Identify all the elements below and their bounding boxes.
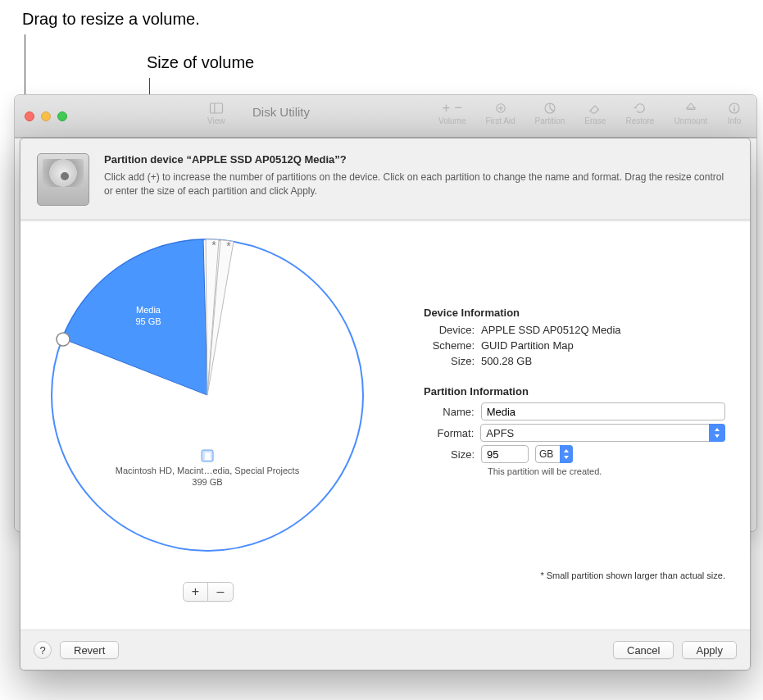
device-label: Device: (424, 324, 481, 336)
slice-label-name: Media (136, 305, 161, 315)
piechart-icon (543, 101, 557, 116)
sidebar-icon (209, 101, 224, 116)
toolbar-restore-label: Restore (625, 116, 654, 125)
scheme-label: Scheme: (424, 339, 481, 352)
format-select-value: APFS (486, 427, 514, 439)
add-partition-button[interactable]: + (184, 583, 208, 601)
slice-label-main-size: 399 GB (192, 477, 222, 487)
partition-sheet: Partition device “APPLE SSD AP0512Q Medi… (20, 138, 751, 670)
toolbar-info[interactable]: Info (727, 100, 742, 125)
device-value: APPLE SSD AP0512Q Media (481, 324, 725, 336)
window-close-button[interactable] (25, 111, 34, 121)
toolbar-volume[interactable]: + − Volume (438, 100, 466, 125)
chevron-updown-icon (560, 445, 573, 463)
partition-size-input[interactable] (481, 445, 529, 463)
toolbar-partition[interactable]: Partition (535, 100, 565, 125)
toolbar-volume-label: Volume (438, 116, 466, 125)
devsize-label: Size: (424, 355, 481, 367)
size-label: Size: (424, 448, 481, 461)
harddrive-icon (37, 153, 89, 206)
toolbar-partition-label: Partition (535, 116, 565, 125)
partition-status-note: This partition will be created. (488, 466, 725, 476)
apply-button[interactable]: Apply (682, 641, 737, 659)
small-partition-footnote: * Small partition shown larger than actu… (540, 570, 725, 580)
small-partition-asterisk: * (226, 239, 231, 252)
eject-icon (684, 101, 698, 116)
toolbar-unmount[interactable]: Unmount (674, 100, 707, 125)
toolbar-erase-label: Erase (584, 116, 606, 125)
device-info-header: Device Information (424, 307, 725, 319)
toolbar-restore[interactable]: Restore (625, 100, 654, 125)
add-remove-segmented: + – (183, 582, 234, 602)
devsize-value: 500.28 GB (481, 355, 725, 367)
svg-rect-6 (733, 107, 735, 111)
window-titlebar: View Disk Utility + − Volume First Aid P… (15, 95, 756, 138)
toolbar-view-label: View (207, 116, 225, 125)
slice-label-main-name: Macintosh HD, Macint…edia, Special Proje… (116, 466, 300, 475)
stethoscope-icon (493, 101, 508, 116)
small-partition-asterisk: * (211, 239, 216, 252)
toolbar-firstaid[interactable]: First Aid (485, 100, 515, 125)
annotation-resize: Drag to resize a volume. (22, 10, 200, 29)
size-unit-select[interactable]: GB (535, 445, 573, 463)
sheet-header: Partition device “APPLE SSD AP0512Q Medi… (20, 139, 750, 220)
partition-pie-chart[interactable]: * * Media 95 GB Macintosh HD, Macint…edi… (43, 231, 371, 559)
window-title: Disk Utility (252, 105, 310, 119)
remove-partition-button[interactable]: – (208, 583, 233, 601)
slice-label-size: 95 GB (135, 316, 161, 326)
partition-info-header: Partition Information (424, 385, 725, 398)
chevron-updown-icon (709, 424, 725, 442)
toolbar-info-label: Info (728, 116, 742, 125)
scheme-value: GUID Partition Map (481, 339, 725, 352)
window-zoom-button[interactable] (57, 111, 67, 121)
toolbar-firstaid-label: First Aid (485, 116, 515, 125)
annotation-size: Size of volume (147, 53, 254, 72)
toolbar-erase[interactable]: Erase (584, 100, 606, 125)
info-icon (727, 101, 742, 116)
toolbar-view[interactable]: View (207, 100, 225, 125)
restore-icon (633, 101, 647, 116)
sheet-title: Partition device “APPLE SSD AP0512Q Medi… (104, 153, 727, 166)
window-minimize-button[interactable] (41, 111, 51, 121)
svg-point-5 (733, 105, 735, 107)
name-label: Name: (424, 406, 481, 418)
sheet-footer: ? Revert Cancel Apply (20, 630, 750, 670)
eraser-icon (588, 101, 602, 116)
toolbar-unmount-label: Unmount (674, 116, 707, 125)
sheet-description: Click add (+) to increase the number of … (104, 170, 727, 198)
svg-rect-0 (210, 103, 222, 113)
format-label: Format: (424, 427, 480, 439)
sheet-body: * * Media 95 GB Macintosh HD, Macint…edi… (20, 220, 750, 630)
help-button[interactable]: ? (34, 641, 52, 659)
size-unit-value: GB (539, 448, 553, 460)
resize-handle[interactable] (57, 333, 70, 346)
window-traffic-lights[interactable] (25, 111, 67, 121)
format-select[interactable]: APFS (480, 424, 725, 442)
partition-name-input[interactable] (481, 402, 725, 420)
revert-button[interactable]: Revert (60, 641, 119, 659)
cancel-button[interactable]: Cancel (613, 641, 674, 659)
